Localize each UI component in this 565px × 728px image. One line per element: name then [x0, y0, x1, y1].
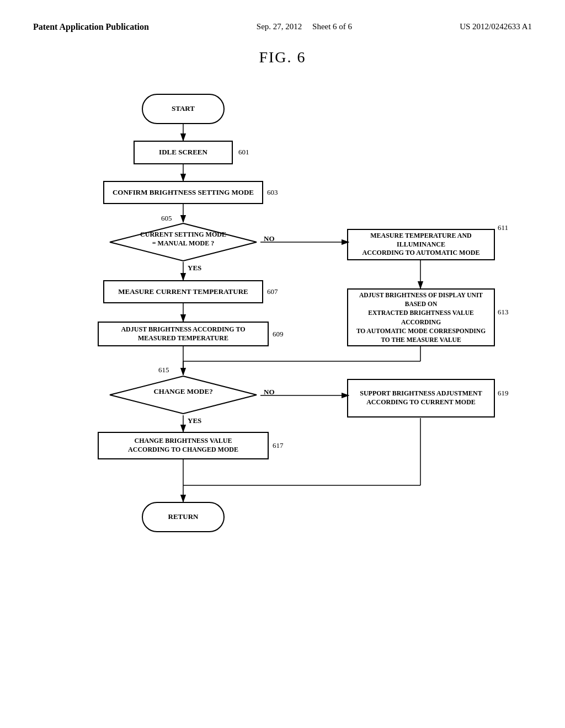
ref-609: 609: [273, 330, 284, 339]
current-mode-line2: = MANUAL MODE ?: [152, 239, 215, 247]
ref-605: 605: [161, 214, 172, 223]
ref-603: 603: [267, 188, 278, 197]
change-mode-label: CHANGE MODE?: [153, 387, 212, 395]
ref-619: 619: [498, 389, 509, 398]
page: Patent Application Publication Sep. 27, …: [0, 0, 565, 728]
measure-temp-illuminance-label: MEASURE TEMPERATURE AND ILLUMINANCEACCOR…: [348, 232, 494, 258]
start-label: START: [172, 104, 195, 114]
idle-screen-node: IDLE SCREEN: [134, 141, 233, 164]
header-left: Patent Application Publication: [33, 22, 149, 32]
adjust-brightness-display-label: ADJUST BRIGHTNESS OF DISPLAY UNIT BASED …: [348, 291, 494, 344]
confirm-brightness-node: CONFIRM BRIGHTNESS SETTING MODE: [103, 181, 263, 204]
yes-label-605: YES: [188, 264, 201, 272]
return-label: RETURN: [168, 512, 199, 522]
support-brightness-node: SUPPORT BRIGHTNESS ADJUSTMENTACCORDING T…: [347, 379, 495, 417]
ref-607: 607: [267, 287, 278, 296]
current-mode-line1: CURRENT SETTING MODE: [140, 231, 226, 238]
header-date: Sep. 27, 2012: [257, 22, 302, 31]
ref-617: 617: [273, 441, 284, 450]
start-node: START: [142, 94, 225, 124]
no-label-615: NO: [264, 388, 275, 397]
adjust-brightness-measured-node: ADJUST BRIGHTNESS ACCORDING TOMEASURED T…: [98, 322, 269, 346]
ref-615: 615: [158, 366, 169, 374]
header-center: Sep. 27, 2012 Sheet 6 of 6: [257, 22, 352, 31]
support-brightness-label: SUPPORT BRIGHTNESS ADJUSTMENTACCORDING T…: [360, 389, 482, 406]
adjust-brightness-measured-label: ADJUST BRIGHTNESS ACCORDING TOMEASURED T…: [121, 325, 245, 342]
measure-current-temp-label: MEASURE CURRENT TEMPERATURE: [118, 287, 248, 297]
yes-label-615: YES: [188, 416, 201, 425]
change-mode-node: CHANGE MODE?: [109, 375, 258, 415]
change-brightness-value-node: CHANGE BRIGHTNESS VALUEACCORDING TO CHAN…: [98, 432, 269, 459]
measure-current-temp-node: MEASURE CURRENT TEMPERATURE: [103, 280, 263, 303]
measure-temp-illuminance-node: MEASURE TEMPERATURE AND ILLUMINANCEACCOR…: [347, 229, 495, 260]
figure-title: FIG. 6: [33, 49, 532, 66]
confirm-brightness-label: CONFIRM BRIGHTNESS SETTING MODE: [113, 188, 254, 197]
current-setting-mode-node: CURRENT SETTING MODE = MANUAL MODE ?: [109, 222, 258, 262]
header: Patent Application Publication Sep. 27, …: [33, 22, 532, 32]
ref-613: 613: [498, 308, 509, 317]
ref-611: 611: [498, 223, 508, 232]
idle-screen-label: IDLE SCREEN: [159, 148, 207, 157]
ref-601: 601: [238, 148, 249, 157]
flowchart: START IDLE SCREEN 601 CONFIRM BRIGHTNESS…: [56, 88, 509, 651]
adjust-brightness-display-node: ADJUST BRIGHTNESS OF DISPLAY UNIT BASED …: [347, 288, 495, 346]
change-brightness-label: CHANGE BRIGHTNESS VALUEACCORDING TO CHAN…: [128, 437, 238, 454]
header-sheet: Sheet 6 of 6: [312, 22, 352, 31]
no-label-605: NO: [264, 234, 275, 243]
arrows-svg: [56, 88, 509, 651]
return-node: RETURN: [142, 502, 225, 532]
header-right: US 2012/0242633 A1: [460, 22, 532, 31]
